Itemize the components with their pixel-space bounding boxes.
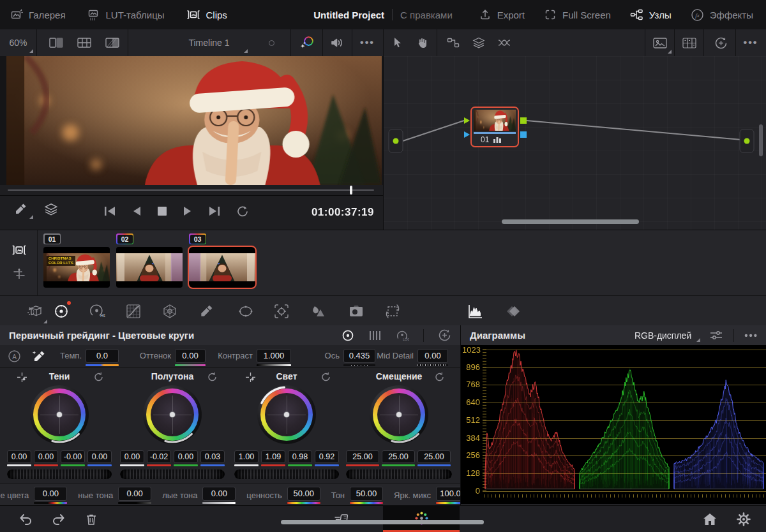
source-node-port[interactable] — [393, 138, 399, 144]
reset-all-icon[interactable] — [438, 329, 451, 342]
lift-reset-icon[interactable] — [93, 371, 104, 382]
gamma-wheel[interactable] — [143, 385, 202, 444]
blur-button[interactable] — [304, 296, 332, 326]
lum-mix-field[interactable]: 100.00 — [436, 487, 460, 504]
bars-mode-icon[interactable] — [368, 329, 381, 342]
wipe-modes-button[interactable] — [38, 196, 64, 223]
highlights-value[interactable]: 0.00 — [202, 487, 236, 501]
effects-button[interactable]: fx Эффекты — [691, 8, 753, 22]
lift-green-value[interactable]: -0.00 — [61, 450, 85, 463]
gain-green-value[interactable]: 0.98 — [288, 450, 312, 463]
lift-blue-value[interactable]: 0.00 — [87, 450, 112, 463]
saturation-field[interactable]: 50.00 — [287, 487, 320, 504]
pan-tool-button[interactable] — [410, 29, 434, 56]
nodes-button[interactable]: Узлы — [630, 8, 672, 21]
lightbox-button[interactable] — [675, 29, 703, 56]
lift-master-wheel[interactable] — [7, 469, 112, 479]
offset-wheel-dot[interactable] — [396, 412, 402, 417]
layers-button[interactable] — [466, 29, 492, 56]
add-version-button[interactable] — [706, 29, 735, 56]
clip-thumbnail-2[interactable] — [116, 247, 183, 288]
hue-field[interactable]: 50.00 — [350, 487, 383, 504]
export-button[interactable]: Export — [479, 8, 525, 21]
node-key-output-port[interactable] — [520, 131, 527, 138]
scope-settings-icon[interactable] — [709, 329, 723, 342]
delete-button[interactable] — [82, 506, 101, 532]
viewer-options-menu[interactable]: ••• — [352, 29, 383, 56]
shadows-field[interactable]: 0.00 — [118, 487, 151, 504]
view-mode-grid-button[interactable] — [70, 29, 98, 56]
settings-button[interactable] — [733, 506, 755, 532]
gain-red-value[interactable]: 1.09 — [261, 450, 285, 463]
thumbnail-view-button[interactable] — [646, 29, 674, 56]
sizing-button[interactable] — [379, 296, 407, 326]
timeline-select[interactable]: Timeline 1 — [128, 29, 290, 56]
power-window-button[interactable] — [232, 296, 260, 326]
tint-field[interactable]: 0.00 — [175, 349, 206, 366]
view-mode-wipe-button[interactable] — [98, 29, 126, 56]
lift-red-value[interactable]: 0.00 — [34, 450, 58, 463]
gain-crosshair-icon[interactable] — [245, 372, 256, 383]
home-button[interactable] — [700, 506, 720, 532]
gallery-button[interactable]: Галерея — [10, 8, 66, 21]
stills-button[interactable] — [500, 296, 528, 326]
node-graph-hscrollbar[interactable] — [502, 219, 639, 224]
node-graph-vscrollbar[interactable] — [759, 124, 763, 156]
temp-field[interactable]: 0.0 — [86, 349, 119, 366]
gamma-red-value[interactable]: -0.02 — [147, 450, 171, 463]
node-options-menu[interactable]: ••• — [735, 29, 766, 56]
tint-value[interactable]: 0.00 — [175, 349, 206, 363]
skip-start-icon[interactable] — [102, 204, 117, 218]
color-boost-field[interactable]: 0.00 — [34, 487, 67, 504]
lift-crosshair-icon[interactable] — [17, 372, 27, 383]
fullscreen-button[interactable]: Full Screen — [544, 8, 611, 21]
offset-master-wheel[interactable] — [346, 469, 452, 479]
color-boost-value[interactable]: 0.00 — [34, 487, 67, 501]
temp-value[interactable]: 0.0 — [86, 349, 119, 363]
tracker-button[interactable] — [267, 296, 296, 326]
middetail-field[interactable]: 0.00 — [417, 349, 448, 366]
page-scroll-indicator[interactable] — [281, 520, 484, 524]
saturation-value[interactable]: 50.00 — [287, 487, 320, 501]
view-mode-split-button[interactable] — [42, 29, 70, 56]
audio-mute-button[interactable] — [322, 29, 352, 56]
contrast-value[interactable]: 1.000 — [257, 349, 291, 363]
lift-wheel-dot[interactable] — [57, 412, 62, 417]
offset-blue-value[interactable]: 25.00 — [417, 450, 451, 463]
log-wheels-mode-icon[interactable]: LOG — [395, 329, 409, 342]
offset-reset-icon[interactable] — [434, 371, 445, 382]
node-rgb-input-port[interactable] — [464, 117, 470, 124]
clip-thumbnail-1[interactable]: CHRISTMAS COLOR LUTS — [43, 247, 110, 288]
hue-warp-button[interactable] — [156, 296, 184, 326]
loop-icon[interactable] — [235, 204, 250, 218]
select-tool-button[interactable] — [386, 29, 410, 56]
node-editor-mode-button[interactable] — [440, 29, 466, 56]
gain-master-wheel[interactable] — [234, 469, 339, 479]
playhead[interactable] — [350, 186, 352, 195]
gain-wheel[interactable] — [257, 385, 316, 444]
key-button[interactable] — [342, 296, 370, 326]
offset-green-value[interactable]: 25.00 — [382, 450, 415, 463]
gamma-reset-icon[interactable] — [207, 371, 218, 382]
offset-red-value[interactable]: 25.00 — [346, 450, 379, 463]
contrast-field[interactable]: 1.000 — [257, 349, 291, 366]
lift-master-value[interactable]: 0.00 — [7, 450, 31, 463]
mix-curves-button[interactable] — [492, 29, 517, 56]
middetail-value[interactable]: 0.00 — [417, 349, 448, 363]
gain-wheel-dot[interactable] — [284, 412, 289, 417]
node-graph[interactable]: 01 — [383, 56, 766, 230]
luts-button[interactable]: LUT-таблицы — [87, 8, 165, 21]
gamma-blue-value[interactable]: 0.03 — [200, 450, 225, 463]
skip-end-icon[interactable] — [207, 204, 222, 218]
gain-blue-value[interactable]: 0.92 — [315, 450, 339, 463]
lift-wheel[interactable] — [30, 385, 89, 444]
play-icon[interactable] — [181, 204, 194, 218]
viewer-scrubber[interactable] — [0, 185, 383, 195]
timelines-icon[interactable] — [13, 267, 26, 280]
color-wheels-button[interactable] — [47, 296, 75, 326]
play-reverse-icon[interactable] — [130, 204, 143, 218]
clips-filter-icon[interactable] — [11, 243, 27, 257]
auto-color-button[interactable] — [290, 29, 322, 56]
auto-balance-icon[interactable]: A — [8, 350, 21, 363]
hdr-wheels-button[interactable]: HDR — [83, 296, 111, 326]
